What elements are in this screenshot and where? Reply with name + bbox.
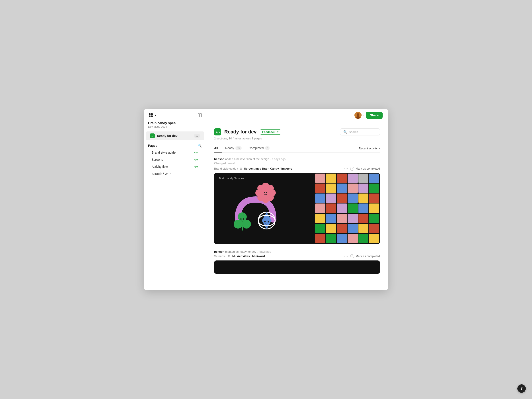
color-grid (315, 173, 380, 244)
tab-ready[interactable]: Ready 10 (222, 145, 245, 152)
ready-for-dev-label: Ready for dev (157, 134, 177, 138)
color-cell (358, 203, 369, 213)
activity-author-1: benson (214, 157, 224, 161)
help-button[interactable]: ? (517, 384, 526, 393)
color-cell (348, 184, 358, 193)
main-content: ▾ Share </> Ready for dev Feedback ↗ 🔍 S… (206, 109, 388, 290)
svg-rect-0 (149, 113, 151, 115)
search-icon: 🔍 (343, 130, 347, 134)
ready-badge: 10 (235, 146, 241, 150)
design-preview-2 (214, 260, 380, 274)
feedback-label: Feedback ↗ (262, 130, 279, 134)
avatar-btn[interactable]: ▾ (355, 112, 364, 119)
svg-point-27 (240, 218, 242, 220)
activity-frame-row-1: Brand style guide / ⊞ Screentime / Brain… (214, 167, 380, 171)
sidebar-item-screens[interactable]: Screens </> (146, 156, 204, 163)
activity-meta-2: benson marked as ready for dev 7 days ag… (214, 250, 380, 253)
activity-item-1: benson added a new version of the design… (214, 157, 380, 244)
svg-point-21 (266, 192, 267, 193)
page-label-activity-flow: Activity flow (152, 165, 168, 168)
color-cell (369, 203, 379, 213)
color-cell (358, 214, 369, 223)
ready-for-dev-badge: 12 (194, 134, 200, 138)
preview-left: Brain candy / Images (214, 173, 315, 244)
search-placeholder: Search (349, 130, 358, 134)
activity-more-btn-1[interactable]: ··· (344, 167, 348, 171)
project-info: Brain candy spec Dev Mode 2024 (144, 120, 206, 132)
sidebar-item-brand-style-guide[interactable]: Brand style guide </> (146, 149, 204, 156)
activity-frame-icon-1: ⊞ (240, 167, 242, 170)
color-cell (337, 203, 347, 213)
page-header-icon: </> (214, 128, 221, 135)
tab-all[interactable]: All (214, 145, 222, 152)
sidebar-item-scratch-wip[interactable]: Scratch / WIP (146, 170, 204, 177)
color-cell (326, 184, 336, 193)
check-circle-icon-2: ✓ (350, 254, 354, 258)
pages-section-header: Pages 🔍 (144, 140, 206, 149)
recent-activity-dropdown[interactable]: Recent activity ▾ (359, 147, 380, 150)
feedback-badge-btn[interactable]: Feedback ↗ (260, 129, 281, 134)
color-cell (337, 234, 347, 243)
page-label-brand: Brand style guide (152, 151, 176, 154)
screens-dev-icon: </> (194, 158, 198, 161)
color-cell (315, 194, 325, 203)
color-cell (315, 214, 325, 223)
project-name: Brain candy spec (148, 121, 202, 125)
search-bar[interactable]: 🔍 Search (340, 128, 380, 135)
activity-frame-icon-2: ⊞ (228, 254, 231, 258)
svg-point-9 (356, 116, 360, 119)
color-cell (326, 214, 336, 223)
svg-rect-1 (151, 113, 153, 115)
activity-item-2: benson marked as ready for dev 7 days ag… (214, 250, 380, 274)
color-cell (326, 194, 336, 203)
tab-completed[interactable]: Completed 2 (245, 145, 273, 152)
layout-toggle-btn[interactable] (197, 113, 202, 117)
share-button[interactable]: Share (366, 112, 383, 119)
project-subtitle: Dev Mode 2024 (148, 125, 202, 128)
activity-frame-row-2: Screens / ⊞ M / Activities / Miniword ··… (214, 254, 380, 258)
color-cell (337, 214, 347, 223)
activity-more-btn-2[interactable]: ··· (344, 254, 348, 258)
color-cell (326, 203, 336, 213)
color-cell (348, 234, 358, 243)
color-cell (358, 174, 369, 183)
preview-svg (231, 180, 298, 237)
color-cell (348, 194, 358, 203)
logo-icon (148, 113, 153, 118)
color-cell (348, 203, 358, 213)
color-cell (369, 184, 379, 193)
page-label-scratch: Scratch / WIP (152, 172, 171, 176)
svg-point-20 (264, 192, 265, 193)
svg-text:</>: </> (215, 131, 220, 134)
color-cell (337, 194, 347, 203)
color-cell (358, 184, 369, 193)
color-cell (326, 224, 336, 233)
mark-completed-btn-1[interactable]: ✓ Mark as completed (350, 167, 380, 171)
app-window: ▾ Brain candy spec Dev Mode 2024 </> Rea… (144, 109, 388, 290)
color-cell (337, 224, 347, 233)
recent-activity-label: Recent activity (359, 147, 378, 150)
color-cell (348, 174, 358, 183)
svg-rect-4 (198, 114, 200, 117)
activity-frame-path-2: Screens / (214, 254, 226, 258)
mark-completed-btn-2[interactable]: ✓ Mark as completed (350, 254, 380, 258)
sidebar-logo-btn[interactable]: ▾ (148, 113, 156, 118)
svg-point-8 (357, 113, 359, 116)
activity-author-2: benson (214, 250, 224, 253)
page-subtitle: 2 sections, 10 frames across 3 pages (214, 137, 380, 140)
color-cell (369, 214, 379, 223)
activity-frame-name-2: M / Activities / Miniword (232, 254, 265, 258)
color-cell (315, 174, 325, 183)
color-cell (369, 234, 379, 243)
pages-search-icon[interactable]: 🔍 (197, 143, 202, 148)
sidebar-item-activity-flow[interactable]: Activity flow </> (146, 163, 204, 170)
color-cell (369, 174, 379, 183)
activity-flow-dev-icon: </> (194, 165, 198, 168)
sidebar-item-ready-for-dev[interactable]: </> Ready for dev 12 (146, 132, 204, 140)
color-cell (369, 224, 379, 233)
color-cell (358, 194, 369, 203)
svg-rect-3 (151, 115, 153, 117)
activity-action-text-1: added a new version of the design (225, 157, 269, 161)
activity-changed-1: Changed colors! (214, 162, 380, 165)
svg-rect-26 (242, 226, 243, 231)
